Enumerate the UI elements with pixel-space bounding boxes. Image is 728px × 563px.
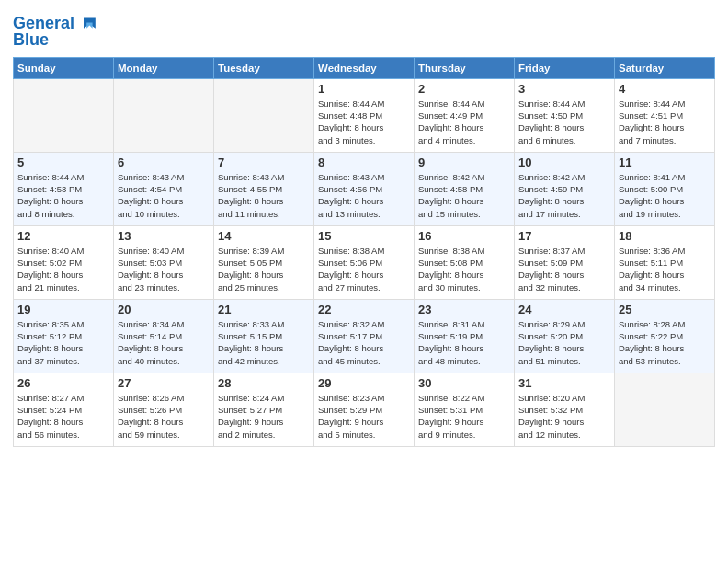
day-info: Sunrise: 8:38 AM Sunset: 5:08 PM Dayligh… [418,245,510,293]
week-row-5: 26Sunrise: 8:27 AM Sunset: 5:24 PM Dayli… [14,373,715,446]
day-info: Sunrise: 8:43 AM Sunset: 4:56 PM Dayligh… [318,171,410,220]
day-info: Sunrise: 8:37 AM Sunset: 5:09 PM Dayligh… [518,245,610,293]
calendar-cell: 26Sunrise: 8:27 AM Sunset: 5:24 PM Dayli… [14,373,114,446]
day-info: Sunrise: 8:28 AM Sunset: 5:22 PM Dayligh… [619,318,711,367]
week-row-1: 1Sunrise: 8:44 AM Sunset: 4:48 PM Daylig… [14,78,715,152]
weekday-header-thursday: Thursday [415,57,515,78]
header: General Blue [13,9,715,50]
day-info: Sunrise: 8:44 AM Sunset: 4:49 PM Dayligh… [418,98,510,146]
weekday-header-row: SundayMondayTuesdayWednesdayThursdayFrid… [14,57,715,78]
day-number: 24 [518,303,610,316]
day-info: Sunrise: 8:22 AM Sunset: 5:31 PM Dayligh… [418,392,510,441]
calendar-cell: 31Sunrise: 8:20 AM Sunset: 5:32 PM Dayli… [515,373,615,446]
day-info: Sunrise: 8:26 AM Sunset: 5:26 PM Dayligh… [118,392,210,441]
calendar-cell: 28Sunrise: 8:24 AM Sunset: 5:27 PM Dayli… [214,373,314,446]
calendar-cell: 11Sunrise: 8:41 AM Sunset: 5:00 PM Dayli… [615,152,715,225]
calendar-cell: 27Sunrise: 8:26 AM Sunset: 5:26 PM Dayli… [114,373,214,446]
day-number: 12 [17,229,109,243]
day-info: Sunrise: 8:31 AM Sunset: 5:19 PM Dayligh… [418,318,510,367]
day-number: 20 [118,303,210,316]
day-number: 8 [318,155,410,169]
calendar-cell: 10Sunrise: 8:42 AM Sunset: 4:59 PM Dayli… [515,152,615,225]
day-info: Sunrise: 8:44 AM Sunset: 4:53 PM Dayligh… [17,171,109,220]
logo: General Blue [13,13,98,50]
weekday-header-monday: Monday [114,57,214,78]
calendar-cell: 30Sunrise: 8:22 AM Sunset: 5:31 PM Dayli… [415,373,515,446]
day-number: 25 [619,303,711,316]
day-number: 11 [619,155,711,169]
day-number: 22 [318,303,410,316]
calendar-cell: 4Sunrise: 8:44 AM Sunset: 4:51 PM Daylig… [615,78,715,152]
day-info: Sunrise: 8:24 AM Sunset: 5:27 PM Dayligh… [218,392,310,441]
day-info: Sunrise: 8:43 AM Sunset: 4:54 PM Dayligh… [118,171,210,220]
day-number: 14 [218,229,310,243]
logo-icon [76,13,98,35]
day-number: 2 [418,82,510,96]
day-info: Sunrise: 8:20 AM Sunset: 5:32 PM Dayligh… [518,392,610,441]
weekday-header-saturday: Saturday [615,57,715,78]
calendar-cell: 21Sunrise: 8:33 AM Sunset: 5:15 PM Dayli… [214,299,314,373]
day-number: 26 [17,376,109,390]
calendar-cell: 15Sunrise: 8:38 AM Sunset: 5:06 PM Dayli… [314,225,415,299]
day-number: 17 [518,229,610,243]
calendar-table: SundayMondayTuesdayWednesdayThursdayFrid… [13,57,715,447]
day-info: Sunrise: 8:44 AM Sunset: 4:50 PM Dayligh… [518,98,610,146]
day-info: Sunrise: 8:35 AM Sunset: 5:12 PM Dayligh… [17,318,109,367]
calendar-cell [615,373,715,446]
day-info: Sunrise: 8:40 AM Sunset: 5:03 PM Dayligh… [118,245,210,293]
day-number: 18 [619,229,711,243]
weekday-header-wednesday: Wednesday [314,57,415,78]
calendar-cell: 14Sunrise: 8:39 AM Sunset: 5:05 PM Dayli… [214,225,314,299]
day-info: Sunrise: 8:40 AM Sunset: 5:02 PM Dayligh… [17,245,109,293]
day-number: 31 [518,376,610,390]
day-info: Sunrise: 8:42 AM Sunset: 4:59 PM Dayligh… [518,171,610,220]
day-number: 9 [418,155,510,169]
weekday-header-sunday: Sunday [14,57,114,78]
day-info: Sunrise: 8:44 AM Sunset: 4:48 PM Dayligh… [318,98,410,146]
weekday-header-tuesday: Tuesday [214,57,314,78]
calendar-cell: 2Sunrise: 8:44 AM Sunset: 4:49 PM Daylig… [415,78,515,152]
calendar-cell: 9Sunrise: 8:42 AM Sunset: 4:58 PM Daylig… [415,152,515,225]
day-info: Sunrise: 8:43 AM Sunset: 4:55 PM Dayligh… [218,171,310,220]
day-number: 28 [218,376,310,390]
day-info: Sunrise: 8:42 AM Sunset: 4:58 PM Dayligh… [418,171,510,220]
day-number: 10 [518,155,610,169]
calendar-cell: 12Sunrise: 8:40 AM Sunset: 5:02 PM Dayli… [14,225,114,299]
day-info: Sunrise: 8:32 AM Sunset: 5:17 PM Dayligh… [318,318,410,367]
calendar-cell: 17Sunrise: 8:37 AM Sunset: 5:09 PM Dayli… [515,225,615,299]
day-info: Sunrise: 8:44 AM Sunset: 4:51 PM Dayligh… [619,98,711,146]
calendar-cell: 16Sunrise: 8:38 AM Sunset: 5:08 PM Dayli… [415,225,515,299]
calendar-cell: 8Sunrise: 8:43 AM Sunset: 4:56 PM Daylig… [314,152,415,225]
day-number: 16 [418,229,510,243]
calendar-cell [214,78,314,152]
calendar-cell: 3Sunrise: 8:44 AM Sunset: 4:50 PM Daylig… [515,78,615,152]
day-info: Sunrise: 8:23 AM Sunset: 5:29 PM Dayligh… [318,392,410,441]
day-number: 13 [118,229,210,243]
calendar-cell: 22Sunrise: 8:32 AM Sunset: 5:17 PM Dayli… [314,299,415,373]
week-row-3: 12Sunrise: 8:40 AM Sunset: 5:02 PM Dayli… [14,225,715,299]
day-number: 27 [118,376,210,390]
day-number: 23 [418,303,510,316]
calendar-container: General Blue SundayMondayTuesdayWednesda… [0,0,728,563]
day-number: 29 [318,376,410,390]
day-number: 5 [17,155,109,169]
calendar-cell: 18Sunrise: 8:36 AM Sunset: 5:11 PM Dayli… [615,225,715,299]
day-number: 30 [418,376,510,390]
day-number: 3 [518,82,610,96]
day-info: Sunrise: 8:39 AM Sunset: 5:05 PM Dayligh… [218,245,310,293]
calendar-cell: 29Sunrise: 8:23 AM Sunset: 5:29 PM Dayli… [314,373,415,446]
calendar-cell: 19Sunrise: 8:35 AM Sunset: 5:12 PM Dayli… [14,299,114,373]
calendar-cell: 13Sunrise: 8:40 AM Sunset: 5:03 PM Dayli… [114,225,214,299]
calendar-cell: 25Sunrise: 8:28 AM Sunset: 5:22 PM Dayli… [615,299,715,373]
calendar-cell: 6Sunrise: 8:43 AM Sunset: 4:54 PM Daylig… [114,152,214,225]
day-number: 1 [318,82,410,96]
calendar-cell: 24Sunrise: 8:29 AM Sunset: 5:20 PM Dayli… [515,299,615,373]
day-info: Sunrise: 8:33 AM Sunset: 5:15 PM Dayligh… [218,318,310,367]
week-row-2: 5Sunrise: 8:44 AM Sunset: 4:53 PM Daylig… [14,152,715,225]
calendar-cell: 20Sunrise: 8:34 AM Sunset: 5:14 PM Dayli… [114,299,214,373]
day-info: Sunrise: 8:36 AM Sunset: 5:11 PM Dayligh… [619,245,711,293]
calendar-cell [14,78,114,152]
calendar-cell: 1Sunrise: 8:44 AM Sunset: 4:48 PM Daylig… [314,78,415,152]
calendar-cell [114,78,214,152]
week-row-4: 19Sunrise: 8:35 AM Sunset: 5:12 PM Dayli… [14,299,715,373]
